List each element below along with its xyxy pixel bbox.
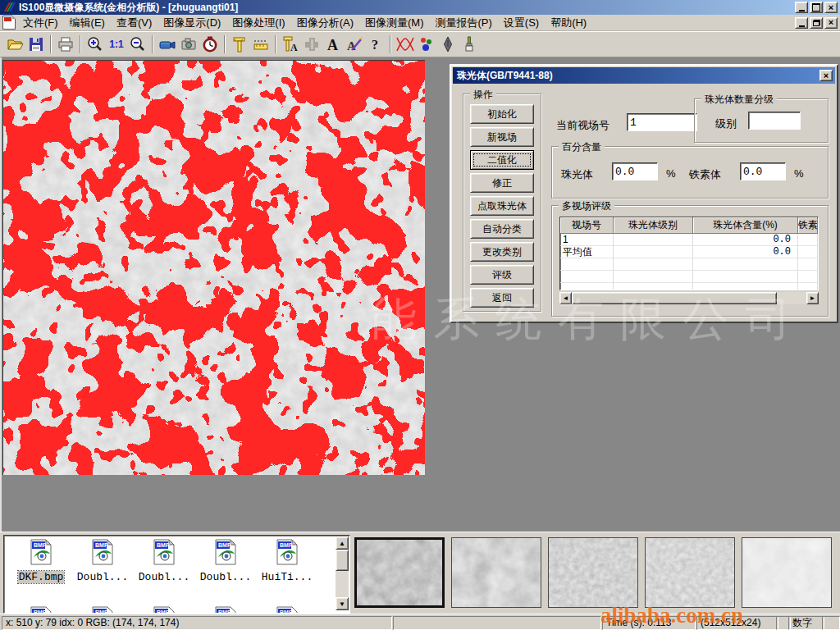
file-name[interactable]: Doubl... <box>138 571 190 583</box>
file-item[interactable]: BMP Doubl... <box>195 539 256 583</box>
file-item[interactable]: BMP <box>72 606 133 614</box>
menu-edit[interactable]: 编辑(E) <box>64 14 111 32</box>
scroll-thumb[interactable] <box>336 550 349 571</box>
close-button[interactable]: × <box>824 2 838 13</box>
auto-classify-button[interactable]: 自动分类 <box>470 219 534 239</box>
timer-icon[interactable] <box>199 34 221 55</box>
thumbnail-2[interactable] <box>451 537 541 608</box>
menu-settings[interactable]: 设置(S) <box>498 14 545 32</box>
file-name[interactable]: Doubl... <box>76 571 129 583</box>
col-ferrite[interactable]: 铁素体 <box>798 217 818 234</box>
binarize-button[interactable]: 二值化 <box>470 150 534 170</box>
bmp-file-icon: BMP <box>29 539 53 565</box>
file-item[interactable]: BMP <box>257 606 317 614</box>
measure-text-icon[interactable]: A <box>280 34 301 55</box>
table-row[interactable]: 1 0.0 <box>560 234 818 246</box>
spline-curve-icon[interactable] <box>395 34 416 55</box>
print-icon[interactable] <box>55 34 76 55</box>
thumbnail-5[interactable] <box>742 537 832 608</box>
pearlite-percent-input[interactable] <box>612 162 658 180</box>
text-icon[interactable]: A <box>322 34 344 55</box>
scroll-up-icon[interactable]: ▲ <box>336 536 349 550</box>
pen-icon[interactable] <box>437 34 459 55</box>
file-item[interactable]: BMP <box>195 606 256 614</box>
minimize-button[interactable] <box>795 2 808 13</box>
file-list-vscrollbar[interactable]: ▲ ▼ <box>336 536 349 610</box>
save-icon[interactable] <box>25 34 47 55</box>
grade-button[interactable]: 评级 <box>470 265 534 285</box>
current-field-input[interactable] <box>627 113 697 131</box>
bmp-file-icon: BMP <box>275 539 299 565</box>
toolbar-separator <box>224 35 226 53</box>
file-listbox[interactable]: BMP DKF.bmp BMP Doubl... <box>3 535 350 614</box>
workspace: 珠光体(GB/T9441-88) × 操作 初始化 新视场 二值化 修正 点取珠… <box>0 57 840 532</box>
scroll-down-icon[interactable]: ▼ <box>336 597 349 610</box>
child-minimize-button[interactable] <box>795 17 808 29</box>
menu-file[interactable]: 文件(F) <box>17 14 64 32</box>
menu-image-display[interactable]: 图像显示(D) <box>158 14 226 32</box>
cell-ferrite <box>798 246 818 258</box>
menu-image-measure[interactable]: 图像测量(M) <box>359 14 430 32</box>
markers-icon[interactable] <box>416 34 437 55</box>
table-hscrollbar[interactable]: ◄ ► <box>559 292 819 304</box>
file-item[interactable]: BMP Doubl... <box>134 539 194 583</box>
status-resize-grip[interactable] <box>822 616 840 630</box>
thumbnail-4[interactable] <box>645 537 735 608</box>
thumbnail-1[interactable] <box>354 537 445 608</box>
initialize-button[interactable]: 初始化 <box>470 104 534 124</box>
level-input[interactable] <box>748 112 801 130</box>
svg-text:BMP: BMP <box>280 542 293 548</box>
file-name[interactable]: HuiTi... <box>261 571 313 583</box>
caliper-icon[interactable] <box>229 34 250 55</box>
merge-region-icon[interactable] <box>301 34 322 55</box>
table-row[interactable]: 平均值 0.0 <box>560 246 818 258</box>
brush-icon[interactable] <box>459 34 480 55</box>
actual-size-icon[interactable]: 1:1 <box>106 34 127 55</box>
toolbar-separator <box>50 35 52 53</box>
open-icon[interactable] <box>4 34 25 55</box>
maximize-button[interactable] <box>810 2 823 13</box>
help-icon[interactable]: ? <box>365 34 386 55</box>
scroll-left-icon[interactable]: ◄ <box>559 292 572 304</box>
child-close-button[interactable]: × <box>824 17 838 29</box>
dialog-title-bar[interactable]: 珠光体(GB/T9441-88) × <box>453 67 835 84</box>
file-item[interactable]: BMP <box>134 606 194 614</box>
annotate-icon[interactable]: A <box>344 34 365 55</box>
menu-image-analysis[interactable]: 图像分析(A) <box>291 14 359 32</box>
document-icon[interactable] <box>2 16 16 30</box>
file-name[interactable]: Doubl... <box>199 571 252 583</box>
thumbnail-3[interactable] <box>548 537 638 608</box>
return-button[interactable]: 返回 <box>470 288 534 308</box>
video-camera-icon[interactable] <box>157 34 178 55</box>
metallographic-image[interactable] <box>2 60 425 475</box>
file-item[interactable]: BMP DKF.bmp <box>11 539 71 583</box>
dialog-close-button[interactable]: × <box>819 70 833 81</box>
menu-image-processing[interactable]: 图像处理(I) <box>226 14 290 32</box>
menu-help[interactable]: 帮助(H) <box>545 14 592 32</box>
table-row-empty <box>560 283 818 290</box>
file-name[interactable]: DKF.bmp <box>18 571 65 583</box>
correct-button[interactable]: 修正 <box>470 173 534 193</box>
change-class-button[interactable]: 更改类别 <box>470 242 534 262</box>
ruler-icon[interactable] <box>250 34 272 55</box>
scroll-right-icon[interactable]: ► <box>806 292 819 304</box>
percent-group-label: 百分含量 <box>559 140 605 154</box>
file-item[interactable]: BMP Doubl... <box>72 539 133 583</box>
camera-icon[interactable] <box>178 34 199 55</box>
file-item[interactable]: BMP <box>11 606 71 614</box>
col-pearlite-content[interactable]: 珠光体含量(%) <box>693 217 798 234</box>
ferrite-percent-input[interactable] <box>740 162 786 180</box>
menu-measure-report[interactable]: 测量报告(P) <box>429 14 497 32</box>
zoom-in-icon[interactable] <box>84 34 106 55</box>
menu-view[interactable]: 查看(V) <box>111 14 158 32</box>
col-pearlite-level[interactable]: 珠光体级别 <box>614 217 693 234</box>
multi-field-table[interactable]: 视场号 珠光体级别 珠光体含量(%) 铁素体 1 0.0 平均值 <box>559 217 819 290</box>
zoom-out-icon[interactable] <box>127 34 148 55</box>
toolbar-separator <box>275 35 276 53</box>
new-field-button[interactable]: 新视场 <box>470 127 534 147</box>
scroll-thumb[interactable] <box>572 292 777 304</box>
file-item[interactable]: BMP HuiTi... <box>257 539 317 583</box>
pick-pearlite-button[interactable]: 点取珠光体 <box>470 196 534 216</box>
col-field-number[interactable]: 视场号 <box>560 217 614 234</box>
child-restore-button[interactable] <box>810 17 823 29</box>
